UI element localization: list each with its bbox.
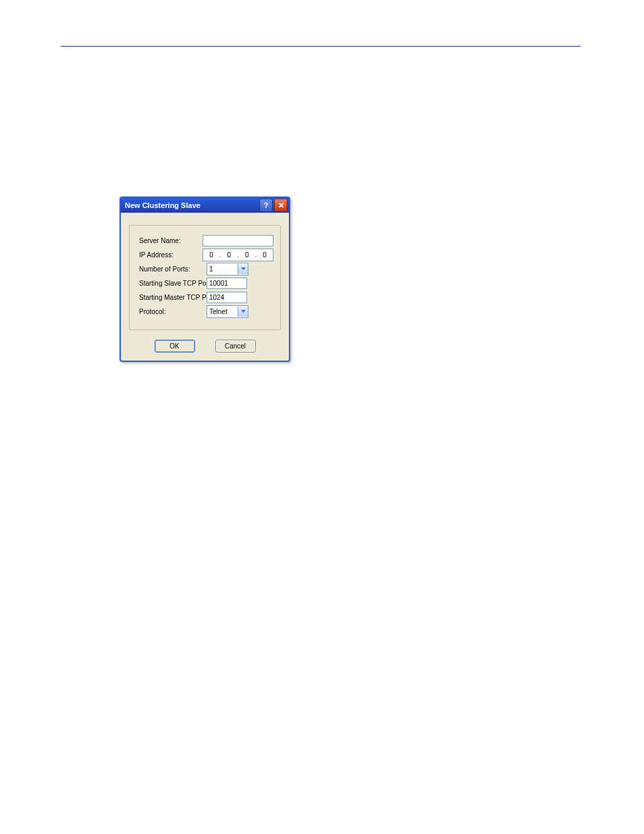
row-slave-port: Starting Slave TCP Port: — [139, 276, 273, 290]
new-clustering-slave-dialog: New Clustering Slave ? ✕ Server Name: IP… — [119, 197, 290, 362]
close-button[interactable]: ✕ — [274, 199, 288, 212]
label-protocol: Protocol: — [139, 308, 207, 315]
protocol-value: Telnet — [207, 308, 238, 315]
server-name-input[interactable] — [203, 235, 273, 246]
label-num-ports: Number of Ports: — [139, 265, 207, 273]
ip-dot: . — [254, 251, 257, 259]
close-icon: ✕ — [278, 201, 284, 210]
dialog-button-row: OK Cancel — [129, 340, 281, 353]
dialog-body: Server Name: IP Address: . . . Number of… — [121, 213, 289, 361]
protocol-select[interactable]: Telnet — [207, 305, 248, 318]
ip-address-input[interactable]: . . . — [203, 249, 273, 261]
ip-dot: . — [219, 251, 222, 259]
help-button[interactable]: ? — [259, 199, 273, 212]
field-group: Server Name: IP Address: . . . Number of… — [129, 225, 281, 330]
num-ports-select[interactable]: 1 — [207, 263, 248, 276]
page-divider — [61, 46, 581, 47]
chevron-down-icon — [241, 310, 246, 313]
cancel-button[interactable]: Cancel — [215, 340, 256, 353]
ip-octet-3[interactable] — [242, 251, 252, 259]
row-master-port: Starting Master TCP Port: — [139, 290, 273, 304]
num-ports-dropdown-button[interactable] — [238, 264, 248, 274]
row-protocol: Protocol: Telnet — [139, 305, 273, 318]
label-slave-port: Starting Slave TCP Port: — [139, 280, 207, 287]
num-ports-value: 1 — [207, 265, 238, 273]
label-server-name: Server Name: — [139, 237, 203, 244]
chevron-down-icon — [241, 267, 246, 270]
row-num-ports: Number of Ports: 1 — [139, 262, 273, 276]
label-master-port: Starting Master TCP Port: — [139, 294, 207, 301]
ip-octet-2[interactable] — [224, 251, 234, 259]
master-port-input[interactable] — [207, 292, 247, 303]
protocol-dropdown-button[interactable] — [238, 307, 248, 317]
row-server-name: Server Name: — [139, 234, 273, 247]
titlebar[interactable]: New Clustering Slave ? ✕ — [121, 198, 289, 213]
row-ip-address: IP Address: . . . — [139, 248, 273, 261]
slave-port-input[interactable] — [207, 278, 247, 289]
label-ip-address: IP Address: — [139, 251, 203, 259]
dialog-title: New Clustering Slave — [125, 201, 258, 209]
ip-octet-4[interactable] — [260, 251, 269, 259]
ok-button[interactable]: OK — [155, 340, 195, 353]
ip-dot: . — [236, 251, 240, 259]
help-icon: ? — [264, 201, 269, 209]
ip-octet-1[interactable] — [207, 251, 216, 259]
